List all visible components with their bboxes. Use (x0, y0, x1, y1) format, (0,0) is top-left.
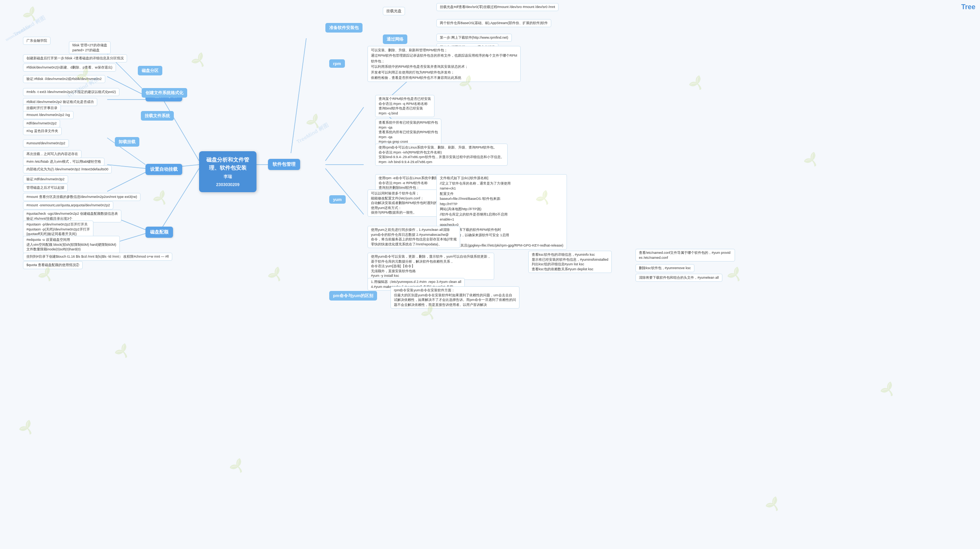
leaf-quotaon: #quotaon -p/dev/nvme0n2p2百开打开关 #quotaon … (23, 221, 93, 238)
leaf-create-part: 创建新磁盘后打开第一步:fdisk -l查看磁盘的详细信息及分区情况 (23, 54, 127, 62)
leaf-vim-fstab: #vim /etc/fstab 进入vim模式，可以用tab键轻空格 (23, 158, 105, 166)
leaf-yum-ops: 使用yum命令可以安装，更新，删除，显示软件，yum可以自动升级系统更新， 基于… (368, 253, 494, 280)
central-title: 磁盘分析和文件管理、软件包安装 (206, 156, 250, 172)
leaf-xg: #/xg 蓝色目录文件夹 (23, 127, 62, 135)
brand-label: Tree (961, 3, 975, 11)
leaf-rpm-features: 可以安装、删除、升级、刷新和管理RPM软件包； 通过RPM软件包管理跟踪记录该软… (368, 46, 521, 82)
subcat-pm-yum: pm命令与yum的区别 (329, 291, 377, 301)
leaf-auto-mount-note: 内部格式化为为(/) /dev/nvme0n3p2 /mtext3default… (23, 165, 112, 173)
leaf-remount: 再次挂载，之间写入的内容还存在 (23, 150, 82, 158)
cat-disk-quota: 磁盘配额 (145, 227, 173, 238)
leaf-yum-clean: 清除将要下载软件包和组合的头文件，#yumelean all (635, 274, 722, 282)
leaf-load-optical: 挂载光盘 (383, 7, 405, 15)
leaf-touch: 挂到到#目录下创建$touch t1.16 $ls $cd /mnt $(ls)… (23, 253, 172, 261)
subcat-prepare-pkg: 准备软件安装包 (325, 23, 363, 33)
leaf-gdfs: 广东金融学院 (23, 37, 51, 45)
leaf-baseOS: 两个软件仓库BaseOS(基础、标),AppStream(部件份、扩展的软件)软… (436, 19, 551, 27)
cat-software-pkg: 软件包管理 (268, 159, 300, 170)
leaf-umount: #umount/dev/nvme0n2p2 (23, 139, 69, 147)
leaf-mount2: #mount 查看分区及挂载的参数信息/dev/nvme0n2p2on/mnt … (23, 193, 140, 201)
svg-line-16 (107, 165, 145, 168)
svg-line-17 (107, 172, 145, 191)
author-name: 李瑞 (206, 173, 250, 180)
leaf-validate2: 验证:#df/dev/nvme0n3p2 (23, 175, 68, 183)
leaf-fdisk2: #fdisk/dev/nvme0n2(n新建、d删除、p查看、w保存退出) (23, 64, 116, 72)
leaf-fdisk-cmd: fdisk 管理<2T的存储盘 parted> 2T的磁盘 (69, 41, 111, 54)
mindmap-container: 🌱 TreeMind 树图 www.shutu.cn 🌱 TreeMind 树图… (0, 0, 980, 549)
leaf-df: #df/dev/nvme0n2p2 (23, 119, 60, 127)
subcat-yum: yum (329, 195, 346, 204)
leaf-mount3: #mount -oremount,usr/quota,arpquota/dev/… (23, 201, 113, 209)
leaf-manage-quota: 管理磁盘之后才可以起据 (23, 184, 68, 192)
subcat-disk-partition: 磁盘分区 (138, 66, 162, 75)
author-id: 2303030209 (206, 181, 250, 188)
central-node: 磁盘分析和文件管理、软件包安装 李瑞 2303030209 (199, 151, 256, 192)
subcat-rpm: rpm (329, 59, 345, 68)
cat-auto-mount: 设置自动挂载 (145, 164, 182, 175)
subcat-via-network: 通过网络 (383, 34, 407, 44)
leaf-mkfs: #mkfs -t ext3 /dev/nvme0n2p2(不指定的建议以格式化e… (23, 88, 119, 96)
subcat-umount: 卸载挂载 (115, 137, 139, 147)
svg-line-6 (161, 168, 199, 230)
svg-line-7 (291, 38, 306, 153)
leaf-rpm-query: 查询某个RPM软件包是否已经安装 命令语法:#rpm -q RPM名称名称 查询… (375, 95, 434, 117)
svg-line-3 (325, 168, 364, 214)
leaf-rpm-qa: 查看系统中所有已经安装的RPM软件包 #rpm -qa 查看系统内所有已经安装的… (375, 119, 441, 146)
leaf-validate: 验证:#fdisk -l/dev/nvme0n2或#lsblk/dev/nvme… (23, 75, 105, 83)
leaf-pm-desc: rpm命令安装yum命令在安装软件方面： 但最大的区别是yum命令在安装软件时如… (390, 286, 519, 309)
leaf-yum-usage: 使用yum之前先进行同步操作，1.#yumclean all清除 yum命令的软… (368, 226, 460, 248)
svg-line-4 (161, 96, 199, 161)
subcat-mount-fs: 挂载文件系统 (141, 111, 174, 121)
leaf-rpm-install: 使用rpm命令可以在Linux系统中安装、删除、刷新、升级、查询RPM软件包。 … (375, 144, 508, 166)
leaf-mount: #mount /dev/nvme0n2p2 /xg (23, 111, 74, 119)
leaf-quota: $quota 查看磁盘配额的使用情况② (23, 261, 83, 269)
leaf-yum-query-ops: 查看ksc软件包的详细信息，#yuminfo ksc 显示有已经安装的软件包信息… (528, 251, 612, 273)
svg-line-1 (325, 107, 364, 161)
leaf-yum-remove: 删除ksc软件包，#yumremove ksc (635, 264, 694, 272)
leaf-step1: 第一步:网上下载软件(http://www.rpmfind.net) (436, 34, 512, 42)
leaf-optical-cmd: 挂载光盘#df查看/dev/sr0(零)挂载过程#mount /dev/sro … (436, 3, 559, 11)
leaf-yum-provides: 查看/etc/named.conf文件导属于哪个软件包的，#yum provid… (635, 249, 735, 261)
leaf-edquota: #edquota -u 设置磁盘空间用 进入vim空间配额 block(软sh(… (23, 236, 120, 253)
subcat-create-fs: 创建文件系统格式化 (142, 88, 187, 98)
